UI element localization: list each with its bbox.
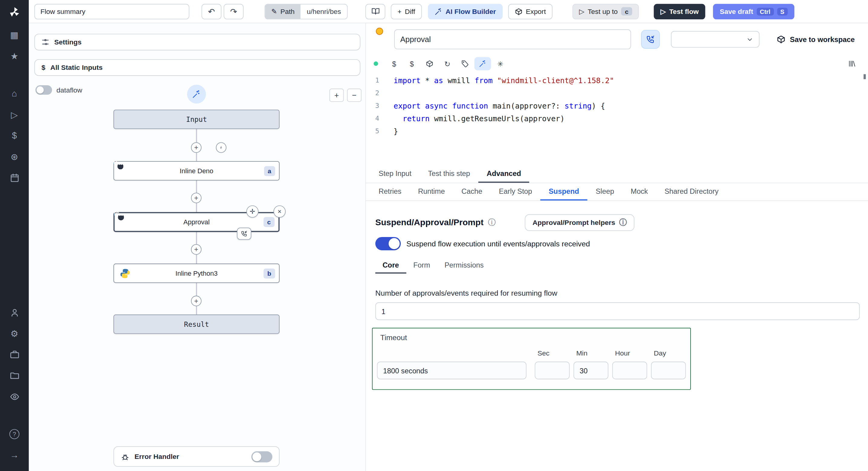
library-icon bbox=[848, 60, 856, 68]
tag-button[interactable] bbox=[457, 57, 473, 70]
tab-runtime[interactable]: Runtime bbox=[410, 183, 453, 200]
trigger-step-button[interactable] bbox=[216, 142, 226, 153]
tab-shared-directory[interactable]: Shared Directory bbox=[656, 183, 727, 200]
flow-node-result[interactable]: Result bbox=[113, 315, 279, 334]
save-to-workspace-button[interactable]: Save to workspace bbox=[773, 31, 858, 48]
sidebar-item-favorites[interactable]: ★ bbox=[0, 48, 29, 64]
docs-button[interactable] bbox=[365, 4, 385, 19]
flow-node-input[interactable]: Input bbox=[113, 110, 279, 129]
tab-advanced[interactable]: Advanced bbox=[478, 165, 529, 183]
timeout-seconds-input[interactable] bbox=[377, 361, 526, 379]
sidebar-item-settings[interactable]: ⚙ bbox=[0, 325, 29, 342]
tab-sleep[interactable]: Sleep bbox=[588, 183, 623, 200]
approvals-count-input[interactable] bbox=[375, 302, 860, 320]
tab-suspend[interactable]: Suspend bbox=[540, 183, 588, 200]
plus-icon: + bbox=[397, 7, 401, 16]
tab-retries[interactable]: Retries bbox=[370, 183, 409, 200]
tab-mock[interactable]: Mock bbox=[622, 183, 656, 200]
test-flow-label: Test flow bbox=[669, 7, 699, 16]
export-button[interactable]: Export bbox=[508, 4, 553, 19]
resource-picker-button[interactable]: $ bbox=[403, 57, 420, 70]
sidebar-item-users[interactable] bbox=[0, 304, 29, 321]
sidebar-item-schedules[interactable] bbox=[0, 169, 29, 186]
sidebar-item-resources[interactable]: ⊛ bbox=[0, 148, 29, 165]
library-package-button[interactable] bbox=[421, 57, 438, 70]
error-handler-toggle[interactable] bbox=[251, 451, 273, 462]
tab-early-stop[interactable]: Early Stop bbox=[491, 183, 540, 200]
dataflow-toggle[interactable] bbox=[35, 85, 52, 95]
tab-core[interactable]: Core bbox=[375, 257, 406, 273]
info-icon[interactable]: ⓘ bbox=[488, 218, 496, 228]
approval-prompt-helpers-button[interactable]: Approval/Prompt helpers ⓘ bbox=[525, 214, 634, 231]
tab-permissions[interactable]: Permissions bbox=[437, 257, 491, 273]
test-up-to-label: Test up to bbox=[588, 7, 618, 16]
kbd-s: S bbox=[777, 7, 787, 16]
advanced-tabs: Retries Runtime Cache Early Stop Suspend… bbox=[366, 183, 868, 201]
timeout-min-input[interactable] bbox=[574, 361, 609, 379]
step-id-badge: a bbox=[264, 166, 275, 176]
error-handler-label: Error Handler bbox=[134, 452, 179, 461]
windmill-logo[interactable] bbox=[0, 0, 29, 25]
minus-icon: − bbox=[352, 91, 356, 99]
timeout-sec-input[interactable] bbox=[535, 361, 569, 379]
diff-button[interactable]: +Diff bbox=[391, 4, 422, 19]
script-version-select[interactable] bbox=[671, 31, 760, 48]
sidebar-collapse-button[interactable]: → bbox=[0, 447, 29, 464]
test-up-to-button[interactable]: ▷ Test up to c bbox=[572, 4, 639, 19]
sidebar-item-folders[interactable] bbox=[0, 367, 29, 384]
book-icon bbox=[371, 7, 379, 16]
all-static-inputs-button[interactable]: $ All Static Inputs bbox=[34, 59, 361, 76]
move-step-button[interactable]: ✛ bbox=[246, 206, 258, 218]
wand-icon bbox=[479, 60, 487, 68]
ai-assistant-button[interactable] bbox=[474, 57, 491, 70]
tab-test-this-step[interactable]: Test this step bbox=[420, 165, 478, 183]
ai-step-wand-button[interactable] bbox=[187, 85, 206, 104]
step-name-input[interactable] bbox=[394, 29, 631, 49]
suspend-subtabs: Core Form Permissions bbox=[375, 257, 491, 273]
tab-cache[interactable]: Cache bbox=[453, 183, 491, 200]
flow-summary-input[interactable] bbox=[34, 4, 189, 19]
suspend-phone-button[interactable] bbox=[641, 30, 660, 49]
undo-button[interactable]: ↶ bbox=[202, 4, 221, 19]
sidebar-item-audit-logs[interactable] bbox=[0, 388, 29, 405]
insert-step-button[interactable]: + bbox=[191, 142, 202, 153]
redo-button[interactable]: ↷ bbox=[224, 4, 244, 19]
sidebar-item-help[interactable]: ? bbox=[0, 426, 29, 443]
error-handler-row[interactable]: Error Handler bbox=[113, 446, 279, 467]
insert-step-button[interactable]: + bbox=[191, 193, 202, 203]
tab-step-input[interactable]: Step Input bbox=[370, 165, 420, 183]
sidebar-item-home[interactable]: ⌂ bbox=[0, 85, 29, 102]
flow-node-inline-python3[interactable]: Inline Python3 b bbox=[113, 264, 279, 283]
timeout-hour-input[interactable] bbox=[612, 361, 647, 379]
plus-icon: + bbox=[194, 246, 198, 253]
path-edit-segment[interactable]: ✎Path bbox=[265, 4, 301, 19]
flow-settings-button[interactable]: Settings bbox=[34, 34, 361, 51]
script-settings-button[interactable]: ✳ bbox=[492, 57, 509, 70]
code-line: 4 return wmill.getResumeUrls(approver) bbox=[366, 113, 868, 125]
sidebar-item-dashboard[interactable]: ▦ bbox=[0, 27, 29, 43]
zoom-in-button[interactable]: + bbox=[330, 89, 344, 102]
insert-step-button[interactable]: + bbox=[191, 296, 202, 306]
sidebar-item-variables[interactable]: $ bbox=[0, 127, 29, 144]
timeout-day-input[interactable] bbox=[651, 361, 686, 379]
save-draft-button[interactable]: Save draft Ctrl S bbox=[713, 4, 794, 19]
flow-node-inline-deno[interactable]: TS Inline Deno a bbox=[113, 161, 279, 180]
path-control[interactable]: ✎Path u/henri/bes bbox=[265, 4, 348, 19]
reset-code-button[interactable]: ↻ bbox=[439, 57, 456, 70]
code-editor[interactable]: 1import * as wmill from "windmill-client… bbox=[366, 73, 868, 165]
tab-form[interactable]: Form bbox=[406, 257, 437, 273]
phone-incoming-icon bbox=[241, 230, 248, 237]
sidebar-item-workers[interactable] bbox=[0, 346, 29, 363]
suspend-indicator-button[interactable] bbox=[237, 228, 251, 240]
zoom-out-button[interactable]: − bbox=[347, 89, 362, 102]
insert-step-button[interactable]: + bbox=[191, 244, 202, 255]
ai-flow-builder-button[interactable]: AI Flow Builder bbox=[428, 4, 503, 19]
sidebar-item-runs[interactable]: ▷ bbox=[0, 107, 29, 123]
result-node-label: Result bbox=[184, 320, 209, 328]
variable-picker-button[interactable]: $ bbox=[386, 57, 403, 70]
delete-step-button[interactable]: × bbox=[274, 206, 286, 218]
redo-icon: ↷ bbox=[230, 6, 237, 16]
suspend-toggle[interactable] bbox=[375, 237, 401, 250]
test-flow-button[interactable]: ▷ Test flow bbox=[654, 4, 705, 19]
library-panel-button[interactable] bbox=[843, 57, 860, 70]
